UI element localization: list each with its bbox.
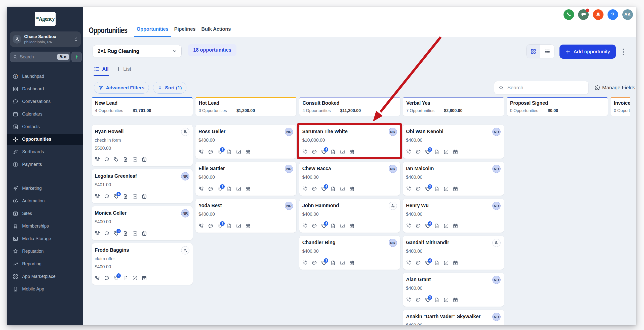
call-action[interactable] — [302, 223, 308, 229]
sidebar-item[interactable]: Reporting — [7, 258, 83, 269]
call-action[interactable] — [95, 194, 100, 199]
tags-action[interactable]: 4 — [425, 223, 430, 229]
message-action[interactable] — [415, 186, 421, 192]
tasks-action[interactable] — [443, 297, 449, 303]
sidebar-search[interactable]: ⌘ K — [10, 52, 70, 62]
sidebar-item[interactable]: Media Storage — [7, 233, 83, 244]
notes-action[interactable] — [123, 275, 129, 281]
notes-action[interactable] — [330, 149, 336, 155]
calendar-action[interactable] — [141, 157, 147, 162]
opportunity-card[interactable]: Chew Bacca $400.00 NR 4 — [299, 162, 400, 196]
notes-action[interactable] — [123, 231, 129, 236]
notes-action[interactable] — [434, 223, 440, 229]
call-action[interactable] — [95, 157, 100, 162]
sidebar-item[interactable]: Sites — [7, 208, 83, 219]
tags-action[interactable]: 3 — [217, 149, 223, 155]
call-action[interactable] — [406, 223, 412, 229]
calendar-action[interactable] — [141, 194, 147, 199]
opportunity-card[interactable]: Ryan Howell check in form $500.00 — [92, 125, 193, 166]
message-action[interactable] — [415, 149, 421, 155]
notes-action[interactable] — [330, 260, 336, 266]
tags-action[interactable]: 3 — [217, 186, 223, 192]
help-button[interactable]: ? — [608, 9, 618, 20]
calendar-action[interactable] — [141, 231, 147, 236]
tasks-action[interactable] — [340, 260, 345, 266]
opportunity-card[interactable]: Ross Geller $400.00 NR 3 — [195, 125, 296, 159]
call-action[interactable] — [198, 149, 204, 155]
notes-action[interactable] — [226, 223, 232, 229]
tags-action[interactable]: 4 — [321, 149, 327, 155]
sidebar-item[interactable]: Calendars — [7, 108, 83, 120]
opportunity-card[interactable]: John Hammond $400.00 4 — [299, 199, 400, 233]
opportunity-card[interactable]: Frodo Baggins claim offer $400.00 4 — [92, 243, 193, 285]
calendar-action[interactable] — [453, 186, 458, 192]
phone-button[interactable] — [564, 9, 574, 20]
message-action[interactable] — [311, 186, 317, 192]
message-action[interactable] — [311, 149, 317, 155]
calendar-action[interactable] — [453, 149, 458, 155]
call-action[interactable] — [198, 186, 204, 192]
sidebar-item[interactable]: Dashboard — [7, 83, 83, 94]
sidebar-item[interactable]: Payments — [7, 159, 83, 170]
sidebar-item[interactable]: Mobile App — [7, 283, 83, 295]
tags-action[interactable]: 3 — [113, 231, 119, 236]
call-action[interactable] — [95, 231, 100, 236]
announcements-button[interactable] — [578, 9, 589, 20]
tasks-action[interactable] — [132, 157, 138, 162]
tags-action[interactable]: 4 — [425, 260, 430, 266]
notes-action[interactable] — [123, 157, 129, 162]
add-opportunity-button[interactable]: Add opportunity — [559, 45, 616, 59]
opportunity-card[interactable]: Legolas Greenleaf $401.00 NR 4 — [92, 169, 193, 203]
call-action[interactable] — [406, 297, 412, 303]
notes-action[interactable] — [330, 186, 336, 192]
tags-action[interactable]: 4 — [113, 194, 119, 199]
call-action[interactable] — [302, 149, 308, 155]
sidebar-item[interactable]: Surfboards — [7, 146, 83, 157]
notes-action[interactable] — [226, 149, 232, 155]
sidebar-item[interactable]: App Marketplace — [7, 271, 83, 282]
notes-action[interactable] — [330, 223, 336, 229]
advanced-filters-button[interactable]: Advanced Filters — [94, 82, 149, 94]
header-tab[interactable]: Opportunities — [134, 21, 171, 37]
tags-action[interactable]: 3 — [217, 223, 223, 229]
quick-actions-button[interactable] — [71, 52, 82, 62]
tags-action[interactable] — [113, 157, 119, 162]
calendar-action[interactable] — [141, 275, 147, 281]
sidebar-item[interactable]: Contacts — [7, 121, 83, 132]
message-action[interactable] — [208, 149, 214, 155]
opportunity-card[interactable]: Gandalf Mithrandir $400.00 4 — [403, 236, 504, 270]
tasks-action[interactable] — [236, 149, 242, 155]
tags-action[interactable]: 3 — [425, 297, 430, 303]
sort-button[interactable]: Sort (1) — [153, 82, 186, 94]
calendar-action[interactable] — [453, 260, 458, 266]
opportunity-card[interactable]: Anakin "Darth Vader" Skywalker $400.00 N… — [403, 310, 504, 325]
message-action[interactable] — [311, 223, 317, 229]
notes-action[interactable] — [123, 194, 129, 199]
message-action[interactable] — [104, 194, 110, 199]
tasks-action[interactable] — [132, 275, 138, 281]
call-action[interactable] — [95, 275, 100, 281]
opportunity-card[interactable]: Saruman The White $10,000.00 NR 4 — [299, 125, 400, 159]
avatar[interactable]: AK — [622, 9, 633, 20]
sidebar-item[interactable]: Marketing — [7, 183, 83, 194]
message-action[interactable] — [208, 223, 214, 229]
tasks-action[interactable] — [132, 194, 138, 199]
call-action[interactable] — [406, 260, 412, 266]
header-tab[interactable]: Bulk Actions — [199, 21, 233, 37]
notifications-button[interactable] — [593, 9, 603, 20]
sidebar-item[interactable]: Opportunities — [7, 134, 83, 145]
manage-fields-button[interactable]: Manage Fields — [595, 85, 635, 91]
call-action[interactable] — [302, 260, 308, 266]
message-action[interactable] — [104, 157, 110, 162]
tags-action[interactable]: 3 — [425, 149, 430, 155]
list-view-button[interactable] — [540, 45, 554, 58]
tags-action[interactable]: 4 — [321, 223, 327, 229]
opportunity-card[interactable]: Henry Wu $400.00 NR 4 — [403, 199, 504, 233]
notes-action[interactable] — [226, 186, 232, 192]
message-action[interactable] — [208, 186, 214, 192]
call-action[interactable] — [406, 186, 412, 192]
pipeline-select[interactable]: 2×1 Rug Cleaning — [93, 45, 182, 57]
account-switcher[interactable]: Chase Sandbox philadelphia, PA — [10, 31, 81, 47]
tasks-action[interactable] — [443, 149, 449, 155]
sidebar-item[interactable]: Reputation — [7, 246, 83, 257]
